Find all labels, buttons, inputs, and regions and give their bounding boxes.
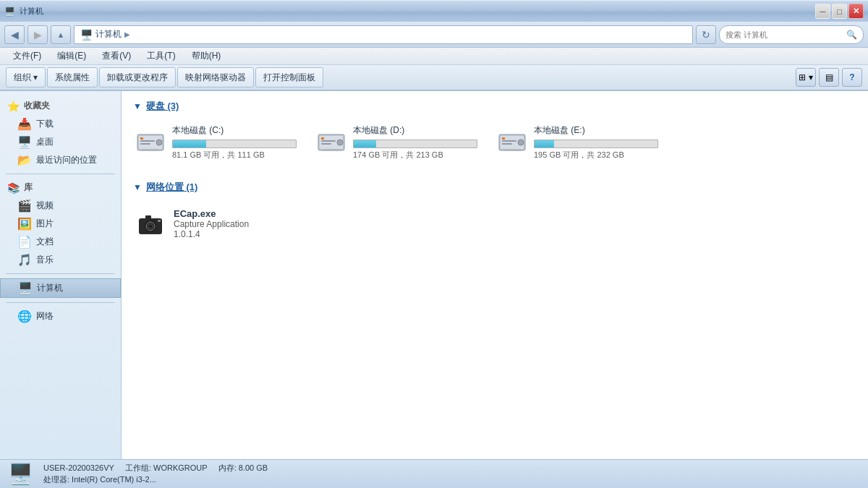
- sidebar: ⭐ 收藏夹 📥 下载 🖥️ 桌面 📂 最近访问的位置 📚 库: [0, 91, 122, 459]
- drive-info-1: 本地磁盘 (D:) 174 GB 可用，共 213 GB: [353, 124, 477, 160]
- close-button[interactable]: ✕: [848, 4, 864, 19]
- pictures-icon: 🖼️: [17, 217, 32, 231]
- status-processor: 处理器: Intel(R) Core(TM) i3-2...: [43, 474, 268, 485]
- window-icon: 🖥️: [4, 7, 15, 17]
- svg-rect-11: [321, 143, 331, 145]
- sidebar-divider-3: [6, 302, 115, 303]
- drive-top-1: 本地磁盘 (D:) 174 GB 可用，共 213 GB: [317, 124, 477, 160]
- svg-rect-18: [502, 143, 512, 145]
- documents-label: 文档: [36, 236, 54, 248]
- libraries-header: 📚 库: [0, 179, 121, 197]
- menu-bar: 文件(F) 编辑(E) 查看(V) 工具(T) 帮助(H): [0, 48, 868, 65]
- view-options-button[interactable]: ⊞ ▾: [796, 68, 816, 87]
- sidebar-item-recent[interactable]: 📂 最近访问的位置: [0, 151, 121, 169]
- svg-rect-20: [502, 137, 505, 140]
- properties-button[interactable]: 系统属性: [47, 67, 98, 87]
- svg-rect-12: [323, 149, 340, 151]
- svg-rect-19: [503, 149, 521, 151]
- sidebar-item-pictures[interactable]: 🖼️ 图片: [0, 215, 121, 233]
- sidebar-item-computer[interactable]: 🖥️ 计算机: [0, 278, 121, 298]
- app-info: ECap.exe Capture Application 1.0.1.4: [174, 208, 249, 239]
- svg-point-16: [518, 140, 524, 145]
- address-path[interactable]: 🖥️ 计算机 ▶: [74, 25, 693, 44]
- menu-help[interactable]: 帮助(H): [184, 48, 229, 64]
- favorites-section: ⭐ 收藏夹 📥 下载 🖥️ 桌面 📂 最近访问的位置: [0, 97, 121, 169]
- drive-bar-fill-0: [173, 140, 206, 147]
- menu-view[interactable]: 查看(V): [95, 48, 138, 64]
- sidebar-divider-2: [6, 273, 115, 274]
- search-input[interactable]: [726, 30, 843, 39]
- network-app-item[interactable]: ECap.exe Capture Application 1.0.1.4: [133, 202, 856, 245]
- libraries-section: 📚 库 🎬 视频 🖼️ 图片 📄 文档 🎵 音乐: [0, 179, 121, 269]
- drive-info-0: 本地磁盘 (C:) 81.1 GB 可用，共 111 GB: [172, 124, 297, 160]
- forward-button[interactable]: ▶: [27, 25, 48, 44]
- hard-disks-arrow: ▼: [133, 101, 142, 111]
- network-locations-label: 网络位置 (1): [146, 181, 198, 194]
- sidebar-item-documents[interactable]: 📄 文档: [0, 233, 121, 251]
- address-computer-icon: 🖥️: [80, 29, 93, 40]
- drive-item-2[interactable]: 本地磁盘 (E:) 195 GB 可用，共 232 GB: [495, 121, 661, 163]
- favorites-header: ⭐ 收藏夹: [0, 97, 121, 115]
- videos-icon: 🎬: [17, 199, 32, 213]
- svg-rect-6: [140, 137, 143, 140]
- drive-item-1[interactable]: 本地磁盘 (D:) 174 GB 可用，共 213 GB: [314, 121, 480, 163]
- address-root-text: 计算机: [95, 28, 122, 40]
- maximize-button[interactable]: □: [832, 4, 847, 19]
- svg-rect-13: [321, 137, 324, 140]
- computer-label: 计算机: [37, 282, 63, 294]
- app-desc: Capture Application: [174, 219, 249, 229]
- svg-rect-27: [158, 220, 161, 222]
- organize-button[interactable]: 组织 ▾: [6, 67, 46, 87]
- status-bar: 🖥️ USER-20200326VY 工作组: WORKGROUP 内存: 8.…: [0, 459, 868, 488]
- drive-info-2: 本地磁盘 (E:) 195 GB 可用，共 232 GB: [534, 124, 658, 160]
- refresh-button[interactable]: ↻: [696, 25, 716, 44]
- libraries-label: 库: [24, 181, 33, 194]
- svg-point-25: [149, 225, 152, 228]
- network-arrow: ▼: [133, 182, 142, 192]
- svg-rect-4: [140, 143, 150, 145]
- music-label: 音乐: [36, 254, 54, 266]
- drive-name-0: 本地磁盘 (C:): [172, 124, 297, 137]
- drive-bar-bg-2: [534, 140, 658, 148]
- drive-item-0[interactable]: 本地磁盘 (C:) 81.1 GB 可用，共 111 GB: [133, 121, 299, 163]
- status-computer-icon: 🖥️: [9, 463, 32, 486]
- sidebar-item-videos[interactable]: 🎬 视频: [0, 197, 121, 215]
- uninstall-button[interactable]: 卸载或更改程序: [99, 67, 176, 87]
- up-button[interactable]: ▲: [51, 25, 71, 44]
- drive-hdd-icon-2: [498, 130, 527, 155]
- menu-edit[interactable]: 编辑(E): [50, 48, 93, 64]
- title-controls: ─ □ ✕: [815, 4, 864, 19]
- network-section: ECap.exe Capture Application 1.0.1.4: [133, 202, 856, 245]
- sidebar-item-desktop[interactable]: 🖥️ 桌面: [0, 133, 121, 151]
- app-version: 1.0.1.4: [174, 229, 249, 239]
- sidebar-divider-1: [6, 174, 115, 174]
- sidebar-item-network[interactable]: 🌐 网络: [0, 307, 121, 325]
- help-button[interactable]: ?: [842, 68, 862, 87]
- network-label: 网络: [36, 310, 54, 322]
- menu-tools[interactable]: 工具(T): [140, 48, 182, 64]
- menu-file[interactable]: 文件(F): [6, 48, 48, 64]
- drives-grid: 本地磁盘 (C:) 81.1 GB 可用，共 111 GB 本地磁盘 (D:): [133, 121, 856, 163]
- control-panel-button[interactable]: 打开控制面板: [255, 67, 323, 87]
- preview-pane-button[interactable]: ▤: [819, 68, 839, 87]
- recent-label: 最近访问的位置: [36, 154, 97, 166]
- map-drive-button[interactable]: 映射网络驱动器: [177, 67, 254, 87]
- hard-disks-header: ▼ 硬盘 (3): [133, 100, 856, 113]
- sidebar-item-downloads[interactable]: 📥 下载: [0, 115, 121, 133]
- window-title: 计算机: [20, 6, 43, 17]
- svg-rect-10: [321, 140, 336, 142]
- sidebar-item-music[interactable]: 🎵 音乐: [0, 251, 121, 269]
- network-locations-header: ▼ 网络位置 (1): [133, 181, 856, 194]
- minimize-button[interactable]: ─: [815, 4, 830, 19]
- app-name: ECap.exe: [174, 208, 249, 219]
- documents-icon: 📄: [17, 235, 32, 249]
- svg-rect-5: [142, 149, 159, 151]
- toolbar: 组织 ▾ 系统属性 卸载或更改程序 映射网络驱动器 打开控制面板 ⊞ ▾ ▤ ?: [0, 65, 868, 91]
- network-icon: 🌐: [17, 309, 32, 323]
- status-info: USER-20200326VY 工作组: WORKGROUP 内存: 8.00 …: [43, 463, 268, 485]
- back-button[interactable]: ◀: [4, 25, 25, 44]
- search-box[interactable]: 🔍: [719, 25, 864, 44]
- drive-top-2: 本地磁盘 (E:) 195 GB 可用，共 232 GB: [498, 124, 658, 160]
- svg-point-2: [156, 140, 162, 145]
- drive-bar-fill-2: [535, 140, 554, 147]
